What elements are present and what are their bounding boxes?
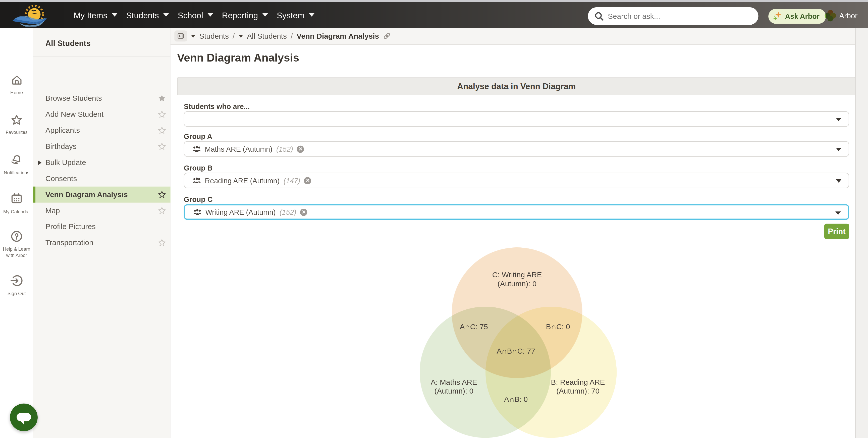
chevron-down-icon: [208, 13, 213, 17]
sidebar-item-transportation[interactable]: Transportation: [33, 235, 170, 251]
sidebar-item-browse-students[interactable]: Browse Students: [33, 90, 170, 106]
favourite-star-outline-icon[interactable]: [158, 207, 166, 215]
sidebar-item-label: Sign Out: [0, 290, 33, 296]
menu-system[interactable]: System: [277, 10, 314, 20]
sidebar-item-label: Add New Student: [45, 110, 104, 119]
breadcrumb-current-page: Venn Diagram Analysis: [297, 32, 379, 40]
sparkles-icon: [773, 11, 782, 22]
ask-arbor-button[interactable]: Ask Arbor: [768, 9, 826, 24]
remove-chip-icon[interactable]: ✕: [300, 209, 307, 216]
arbor-school-logo-icon[interactable]: [9, 2, 61, 27]
group-a-chip-label: Maths ARE (Autumn): [205, 145, 273, 153]
menu-my-items-label: My Items: [73, 10, 107, 20]
users-icon: [193, 177, 201, 184]
group-b-select[interactable]: Reading ARE (Autumn) (147) ✕: [184, 173, 849, 188]
search-icon: [594, 11, 604, 21]
menu-my-items[interactable]: My Items: [73, 10, 117, 20]
venn-label-b-and-c: B∩C: 0: [525, 323, 591, 331]
sidebar-item-applicants[interactable]: Applicants: [33, 122, 170, 138]
favourite-star-outline-icon[interactable]: [158, 142, 166, 151]
user-menu[interactable]: Arbor: [824, 9, 858, 21]
calendar-icon: [10, 193, 23, 205]
venn-label-a-and-c: A∩C: 75: [440, 323, 507, 331]
chevron-down-icon: [262, 13, 268, 17]
group-a-select[interactable]: Maths ARE (Autumn) (152) ✕: [184, 141, 849, 157]
breadcrumb-students[interactable]: Students: [199, 32, 228, 40]
favourite-star-outline-icon[interactable]: [158, 239, 166, 247]
menu-students[interactable]: Students: [126, 10, 169, 20]
menu-students-label: Students: [126, 10, 159, 20]
group-a-label: Group A: [184, 132, 213, 140]
sidebar-item-notifications[interactable]: Notifications: [0, 154, 33, 176]
sidebar-item-label: Applicants: [45, 126, 80, 135]
top-nav-menus: My Items Students School Reporting Syste…: [73, 2, 314, 28]
favourite-star-outline-icon[interactable]: [158, 126, 166, 135]
sidebar-item-venn-diagram-analysis[interactable]: Venn Diagram Analysis: [33, 187, 170, 203]
home-icon: [11, 74, 22, 86]
collapse-panel-icon: [177, 32, 185, 40]
sidebar-item-bulk-update[interactable]: Bulk Update: [33, 154, 170, 170]
collapse-sidebar-button[interactable]: [174, 30, 187, 41]
panel-title: Analyse data in Venn Diagram: [457, 82, 576, 91]
group-c-chip-label: Writing ARE (Autumn): [206, 208, 276, 216]
sidebar-item-sign-out[interactable]: Sign Out: [0, 275, 33, 296]
group-c-select[interactable]: Writing ARE (Autumn) (152) ✕: [184, 204, 849, 220]
window-top-strip: [0, 0, 868, 2]
venn-label-set-c: C: Writing ARE (Autumn): 0: [473, 271, 561, 288]
sidebar-item-label: Help & Learn with Arbor: [2, 246, 31, 258]
sidebar-item-consents[interactable]: Consents: [33, 170, 170, 187]
help-question-icon: [10, 230, 23, 242]
students-filter-select[interactable]: [184, 111, 849, 127]
chevron-down-icon[interactable]: [191, 35, 195, 37]
sidebar-item-home[interactable]: Home: [0, 74, 33, 95]
sidebar-item-add-new-student[interactable]: Add New Student: [33, 106, 170, 122]
sidebar-item-label: Notifications: [0, 170, 33, 176]
chat-widget-button[interactable]: [10, 404, 38, 431]
breadcrumb-separator: /: [290, 32, 292, 40]
menu-school[interactable]: School: [178, 10, 213, 20]
sidebar-item-profile-pictures[interactable]: Profile Pictures: [33, 219, 170, 235]
sidebar-item-label: Favourites: [0, 130, 33, 135]
chevron-down-icon[interactable]: [239, 35, 243, 37]
group-a-chip-count: (152): [276, 145, 293, 153]
chevron-down-icon: [163, 13, 169, 17]
sidebar-item-label: Map: [45, 207, 60, 215]
star-icon: [10, 114, 23, 126]
remove-chip-icon[interactable]: ✕: [297, 146, 304, 153]
favourite-star-filled-icon[interactable]: [158, 94, 166, 102]
panel-header: Analyse data in Venn Diagram: [177, 77, 855, 95]
divider: [33, 56, 170, 57]
sidebar-item-my-calendar[interactable]: My Calendar: [0, 193, 33, 215]
icon-sidebar: Home Favourites Notifications: [0, 28, 33, 438]
breadcrumb-all-students[interactable]: All Students: [247, 32, 287, 40]
users-icon: [193, 146, 201, 152]
sidebar-item-favourites[interactable]: Favourites: [0, 114, 33, 135]
sidebar-item-map[interactable]: Map: [33, 203, 170, 219]
search-input[interactable]: [608, 12, 746, 20]
menu-reporting[interactable]: Reporting: [222, 10, 268, 20]
sidebar-item-help[interactable]: Help & Learn with Arbor: [0, 230, 33, 258]
print-button[interactable]: Print: [824, 223, 849, 239]
arbor-flower-icon: [824, 9, 836, 21]
sidebar-item-label: Consents: [45, 174, 77, 183]
remove-chip-icon[interactable]: ✕: [304, 177, 311, 184]
favourite-star-outline-icon[interactable]: [158, 110, 166, 119]
favourite-star-outline-icon[interactable]: [158, 190, 166, 199]
group-c-chip: Writing ARE (Autumn) (152) ✕: [193, 206, 307, 219]
users-icon: [193, 209, 202, 215]
group-b-chip-label: Reading ARE (Autumn): [205, 176, 280, 185]
top-nav: My Items Students School Reporting Syste…: [0, 2, 868, 28]
group-b-chip-count: (147): [284, 176, 300, 185]
breadcrumb: Students / All Students / Venn Diagram A…: [170, 28, 855, 45]
sidebar-item-label: Venn Diagram Analysis: [45, 190, 128, 199]
user-label: Arbor: [839, 11, 858, 20]
global-search[interactable]: [588, 7, 758, 25]
group-a-chip: Maths ARE (Autumn) (152) ✕: [193, 142, 304, 156]
sidebar-item-label: Home: [0, 90, 33, 95]
sidebar-item-label: Bulk Update: [45, 158, 86, 166]
sidebar-item-birthdays[interactable]: Birthdays: [33, 138, 170, 154]
select-caret-icon: [835, 212, 841, 215]
select-caret-icon: [836, 179, 841, 183]
vertical-scrollbar[interactable]: [855, 28, 868, 438]
link-icon[interactable]: [383, 32, 391, 40]
